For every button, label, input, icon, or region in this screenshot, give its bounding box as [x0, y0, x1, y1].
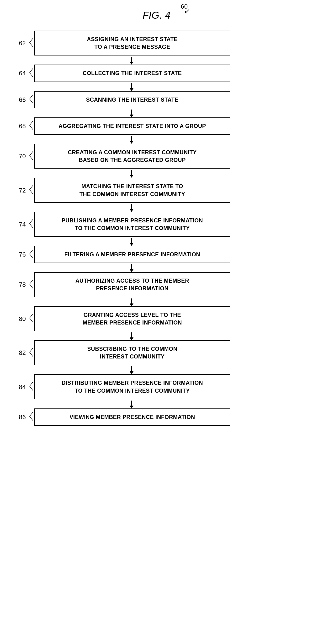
- connector-arrow-62: [130, 62, 134, 64]
- step-86: 86VIEWING MEMBER PRESENCE INFORMATION: [0, 408, 313, 426]
- figure-title: FIG. 4: [143, 10, 170, 21]
- connector-76: [0, 263, 313, 272]
- step-bracket-72: [29, 185, 34, 196]
- step-bracket-86: [29, 412, 34, 422]
- connector-82: [0, 365, 313, 374]
- step-box-82: SUBSCRIBING TO THE COMMONINTEREST COMMUN…: [34, 340, 230, 365]
- step-box-64: COLLECTING THE INTEREST STATE: [34, 64, 230, 82]
- connector-arrow-74: [130, 243, 134, 246]
- step-82: 82SUBSCRIBING TO THE COMMONINTEREST COMM…: [0, 340, 313, 365]
- step-bracket-80: [29, 313, 34, 324]
- figure-number-arrow: ↙: [184, 7, 190, 15]
- step-bracket-68: [29, 120, 34, 131]
- flowchart: 62ASSIGNING AN INTEREST STATETO A PRESEN…: [0, 30, 313, 426]
- connector-74: [0, 237, 313, 246]
- step-number-84: 84: [0, 384, 29, 390]
- step-bracket-84: [29, 382, 34, 392]
- connector-arrow-64: [130, 88, 134, 91]
- step-number-62: 62: [0, 40, 29, 46]
- step-number-80: 80: [0, 316, 29, 322]
- connector-arrow-72: [130, 209, 134, 212]
- step-box-62: ASSIGNING AN INTEREST STATETO A PRESENCE…: [34, 30, 230, 56]
- step-number-86: 86: [0, 414, 29, 420]
- step-box-74: PUBLISHING A MEMBER PRESENCE INFORMATION…: [34, 212, 230, 237]
- step-box-84: DISTRIBUTING MEMBER PRESENCE INFORMATION…: [34, 374, 230, 399]
- step-number-70: 70: [0, 153, 29, 159]
- connector-arrow-70: [130, 175, 134, 178]
- step-box-86: VIEWING MEMBER PRESENCE INFORMATION: [34, 408, 230, 426]
- step-number-68: 68: [0, 123, 29, 129]
- connector-arrow-66: [130, 114, 134, 118]
- step-bracket-64: [29, 68, 34, 79]
- step-72: 72MATCHING THE INTEREST STATE TOTHE COMM…: [0, 178, 313, 202]
- step-bracket-70: [29, 151, 34, 162]
- connector-84: [0, 399, 313, 408]
- step-84: 84DISTRIBUTING MEMBER PRESENCE INFORMATI…: [0, 374, 313, 399]
- step-number-72: 72: [0, 187, 29, 194]
- step-78: 78AUTHORIZING ACCESS TO THE MEMBERPRESEN…: [0, 272, 313, 297]
- connector-66: [0, 108, 313, 118]
- connector-arrow-78: [130, 304, 134, 306]
- step-number-74: 74: [0, 221, 29, 228]
- connector-64: [0, 82, 313, 91]
- step-box-70: CREATING A COMMON INTEREST COMMUNITYBASE…: [34, 144, 230, 168]
- step-bracket-62: [29, 38, 34, 48]
- connector-80: [0, 331, 313, 340]
- step-box-72: MATCHING THE INTEREST STATE TOTHE COMMON…: [34, 178, 230, 202]
- connector-62: [0, 56, 313, 64]
- connector-68: [0, 135, 313, 144]
- step-70: 70CREATING A COMMON INTEREST COMMUNITYBA…: [0, 144, 313, 168]
- step-box-80: GRANTING ACCESS LEVEL TO THEMEMBER PRESE…: [34, 306, 230, 331]
- connector-arrow-76: [130, 269, 134, 272]
- connector-70: [0, 168, 313, 178]
- step-number-78: 78: [0, 282, 29, 288]
- page-container: FIG. 4 60 ↙ 62ASSIGNING AN INTEREST STAT…: [0, 0, 313, 644]
- step-number-66: 66: [0, 96, 29, 103]
- step-74: 74PUBLISHING A MEMBER PRESENCE INFORMATI…: [0, 212, 313, 237]
- step-68: 68AGGREGATING THE INTEREST STATE INTO A …: [0, 118, 313, 135]
- step-66: 66SCANNING THE INTEREST STATE: [0, 91, 313, 108]
- step-bracket-82: [29, 348, 34, 358]
- connector-arrow-68: [130, 141, 134, 144]
- step-box-66: SCANNING THE INTEREST STATE: [34, 91, 230, 108]
- step-box-78: AUTHORIZING ACCESS TO THE MEMBERPRESENCE…: [34, 272, 230, 297]
- step-64: 64COLLECTING THE INTEREST STATE: [0, 64, 313, 82]
- connector-78: [0, 297, 313, 306]
- figure-header: FIG. 4 60 ↙: [0, 10, 313, 21]
- step-number-82: 82: [0, 350, 29, 356]
- step-bracket-66: [29, 94, 34, 105]
- step-bracket-76: [29, 249, 34, 260]
- step-80: 80GRANTING ACCESS LEVEL TO THEMEMBER PRE…: [0, 306, 313, 331]
- step-box-68: AGGREGATING THE INTEREST STATE INTO A GR…: [34, 118, 230, 135]
- step-number-76: 76: [0, 251, 29, 258]
- connector-arrow-82: [130, 372, 134, 374]
- connector-arrow-80: [130, 338, 134, 340]
- step-number-64: 64: [0, 70, 29, 76]
- connector-arrow-84: [130, 406, 134, 408]
- step-bracket-78: [29, 279, 34, 290]
- step-76: 76FILTERING A MEMBER PRESENCE INFORMATIO…: [0, 246, 313, 263]
- step-bracket-74: [29, 219, 34, 230]
- step-box-76: FILTERING A MEMBER PRESENCE INFORMATION: [34, 246, 230, 263]
- step-62: 62ASSIGNING AN INTEREST STATETO A PRESEN…: [0, 30, 313, 56]
- connector-72: [0, 203, 313, 212]
